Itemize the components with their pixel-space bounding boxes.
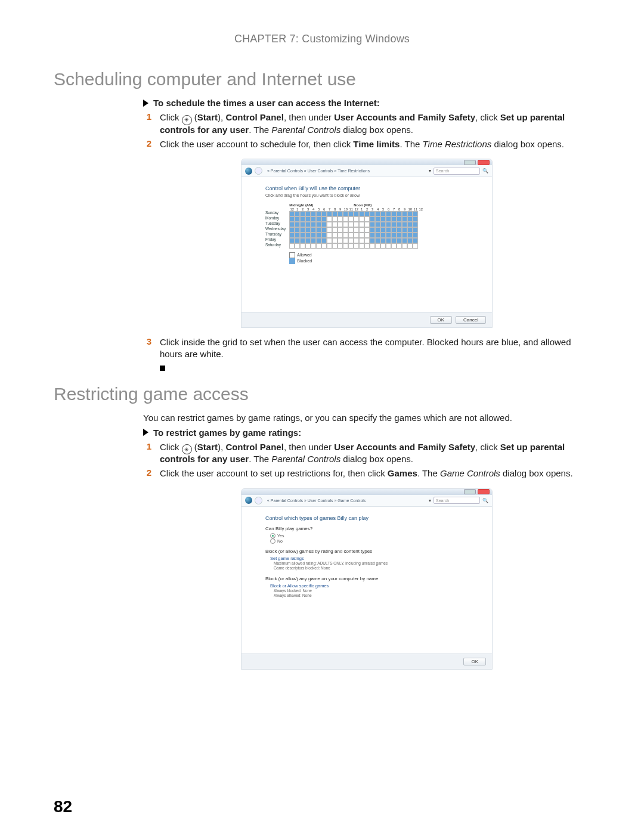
time-cell[interactable] bbox=[311, 222, 316, 227]
time-cell[interactable] bbox=[413, 216, 418, 222]
time-cell[interactable] bbox=[332, 233, 338, 238]
time-cell[interactable] bbox=[321, 227, 327, 233]
time-cell[interactable] bbox=[375, 222, 380, 227]
time-cell[interactable] bbox=[316, 238, 321, 243]
time-cell[interactable] bbox=[300, 216, 305, 222]
time-cell[interactable] bbox=[343, 227, 348, 233]
time-cell[interactable] bbox=[343, 216, 348, 222]
time-cell[interactable] bbox=[305, 238, 311, 243]
time-cell[interactable] bbox=[402, 222, 407, 227]
close-button[interactable] bbox=[478, 160, 490, 165]
forward-button[interactable] bbox=[255, 167, 262, 175]
time-cell[interactable] bbox=[295, 243, 300, 249]
time-cell[interactable] bbox=[413, 227, 418, 233]
time-cell[interactable] bbox=[321, 243, 327, 249]
time-cell[interactable] bbox=[386, 211, 391, 216]
time-cell[interactable] bbox=[402, 211, 407, 216]
time-cell[interactable] bbox=[386, 238, 391, 243]
time-cell[interactable] bbox=[289, 227, 295, 233]
time-cell[interactable] bbox=[370, 222, 375, 227]
time-cell[interactable] bbox=[311, 238, 316, 243]
minimize-button[interactable] bbox=[464, 160, 476, 165]
search-icon[interactable]: 🔍 bbox=[482, 498, 488, 503]
time-cell[interactable] bbox=[295, 211, 300, 216]
time-cell[interactable] bbox=[375, 238, 380, 243]
time-cell[interactable] bbox=[391, 243, 397, 249]
time-cell[interactable] bbox=[391, 222, 397, 227]
time-cell[interactable] bbox=[289, 211, 295, 216]
time-cell[interactable] bbox=[364, 216, 370, 222]
time-cell[interactable] bbox=[327, 227, 332, 233]
time-cell[interactable] bbox=[380, 211, 386, 216]
ok-button[interactable]: OK bbox=[463, 658, 486, 665]
time-cell[interactable] bbox=[391, 211, 397, 216]
time-cell[interactable] bbox=[289, 243, 295, 249]
time-cell[interactable] bbox=[402, 216, 407, 222]
time-cell[interactable] bbox=[386, 233, 391, 238]
time-cell[interactable] bbox=[348, 243, 354, 249]
time-cell[interactable] bbox=[354, 227, 359, 233]
time-cell[interactable] bbox=[311, 227, 316, 233]
time-cell[interactable] bbox=[386, 243, 391, 249]
time-cell[interactable] bbox=[354, 222, 359, 227]
time-cell[interactable] bbox=[407, 216, 413, 222]
time-cell[interactable] bbox=[311, 243, 316, 249]
time-cell[interactable] bbox=[295, 216, 300, 222]
time-cell[interactable] bbox=[332, 222, 338, 227]
time-cell[interactable] bbox=[380, 238, 386, 243]
time-cell[interactable] bbox=[364, 227, 370, 233]
time-cell[interactable] bbox=[348, 227, 354, 233]
time-cell[interactable] bbox=[413, 211, 418, 216]
time-cell[interactable] bbox=[332, 211, 338, 216]
time-cell[interactable] bbox=[370, 227, 375, 233]
time-cell[interactable] bbox=[354, 211, 359, 216]
time-cell[interactable] bbox=[354, 216, 359, 222]
time-cell[interactable] bbox=[343, 211, 348, 216]
time-cell[interactable] bbox=[407, 227, 413, 233]
time-cell[interactable] bbox=[348, 211, 354, 216]
time-cell[interactable] bbox=[343, 243, 348, 249]
time-cell[interactable] bbox=[391, 216, 397, 222]
time-cell[interactable] bbox=[321, 211, 327, 216]
time-cell[interactable] bbox=[359, 243, 364, 249]
time-cell[interactable] bbox=[338, 238, 343, 243]
search-input[interactable]: Search bbox=[434, 168, 480, 175]
time-cell[interactable] bbox=[407, 238, 413, 243]
time-cell[interactable] bbox=[359, 211, 364, 216]
time-cell[interactable] bbox=[370, 243, 375, 249]
time-cell[interactable] bbox=[354, 233, 359, 238]
time-cell[interactable] bbox=[327, 222, 332, 227]
time-cell[interactable] bbox=[397, 238, 402, 243]
time-cell[interactable] bbox=[305, 233, 311, 238]
time-cell[interactable] bbox=[348, 216, 354, 222]
time-cell[interactable] bbox=[338, 227, 343, 233]
time-cell[interactable] bbox=[300, 238, 305, 243]
link-block-specific-games[interactable]: Block or Allow specific games bbox=[270, 583, 478, 589]
time-cell[interactable] bbox=[397, 243, 402, 249]
time-cell[interactable] bbox=[338, 211, 343, 216]
time-cell[interactable] bbox=[305, 216, 311, 222]
time-cell[interactable] bbox=[300, 222, 305, 227]
time-cell[interactable] bbox=[305, 211, 311, 216]
time-cell[interactable] bbox=[348, 233, 354, 238]
time-cell[interactable] bbox=[295, 222, 300, 227]
time-cell[interactable] bbox=[380, 243, 386, 249]
time-cell[interactable] bbox=[305, 243, 311, 249]
time-cell[interactable] bbox=[343, 222, 348, 227]
time-cell[interactable] bbox=[370, 211, 375, 216]
time-cell[interactable] bbox=[348, 222, 354, 227]
time-cell[interactable] bbox=[321, 222, 327, 227]
time-cell[interactable] bbox=[343, 238, 348, 243]
time-cell[interactable] bbox=[364, 222, 370, 227]
time-cell[interactable] bbox=[338, 243, 343, 249]
time-cell[interactable] bbox=[375, 211, 380, 216]
time-cell[interactable] bbox=[338, 216, 343, 222]
time-cell[interactable] bbox=[364, 211, 370, 216]
time-cell[interactable] bbox=[327, 238, 332, 243]
time-cell[interactable] bbox=[370, 233, 375, 238]
time-cell[interactable] bbox=[348, 238, 354, 243]
time-cell[interactable] bbox=[391, 227, 397, 233]
cancel-button[interactable]: Cancel bbox=[456, 316, 486, 324]
time-cell[interactable] bbox=[359, 222, 364, 227]
time-cell[interactable] bbox=[359, 216, 364, 222]
